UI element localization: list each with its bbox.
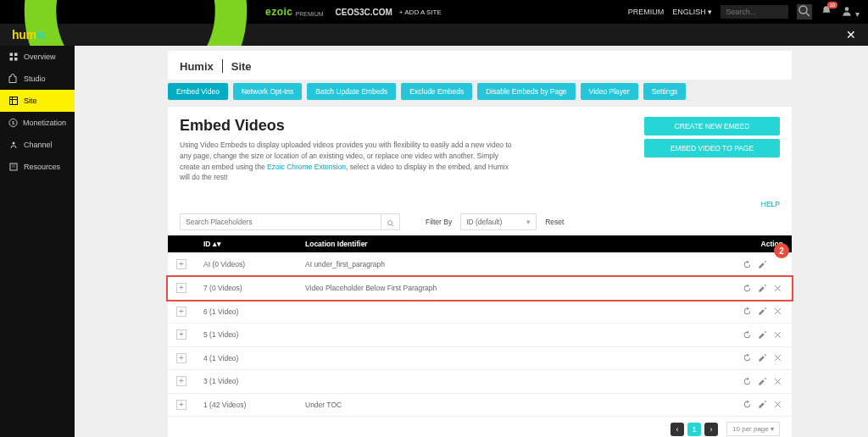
cell-id: 5 (1 Video) [195,324,297,347]
bag-icon [8,74,19,84]
global-search-input[interactable] [721,5,788,19]
edit-button[interactable] [756,375,768,387]
refresh-button[interactable] [741,352,753,364]
delete-button[interactable] [771,306,783,318]
annotation-callout-2: 2 [774,243,789,258]
tab-exclude-embeds[interactable]: Exclude Embeds [401,83,472,100]
notifications-button[interactable]: 10 [821,5,832,19]
sidebar-item-channel[interactable]: Channel [0,134,75,156]
tab-network-optins[interactable]: Network Opt-Ins [233,83,302,100]
edit-button[interactable] [756,352,768,364]
dollar-icon: $ [8,118,18,128]
breadcrumb-site[interactable]: Site [231,60,252,73]
cell-id: AI (0 Videos) [195,252,297,277]
cell-id: 1 (42 Videos) [195,393,297,417]
humix-logo-part2: ix [36,28,46,41]
expand-row-button[interactable]: + [176,329,186,340]
th-id[interactable]: ID ▴▾ [195,235,297,252]
search-icon [387,218,395,226]
close-icon [773,307,782,316]
add-site-link[interactable]: + ADD A SITE [399,8,442,16]
table-row: +AI (0 Videos)AI under_first_paragraph [168,252,792,277]
expand-row-button[interactable]: + [176,400,186,410]
channel-icon [8,140,19,150]
create-new-embed-button[interactable]: CREATE NEW EMBED [644,117,780,136]
global-search-button[interactable] [797,4,812,19]
refresh-button[interactable] [741,259,753,271]
user-menu[interactable]: ▾ [841,5,860,19]
pencil-icon [758,284,767,293]
expand-row-button[interactable]: + [176,283,186,293]
current-site[interactable]: CEOS3C.COM [336,8,392,17]
tab-settings[interactable]: Settings [643,83,687,100]
delete-button[interactable] [771,375,783,387]
filter-by-select[interactable]: ID (default) ▾ [460,213,537,230]
breadcrumb-humix[interactable]: Humix [180,60,214,73]
refresh-button[interactable] [741,282,753,294]
tab-video-player[interactable]: Video Player [581,83,638,100]
notif-badge: 10 [827,2,838,8]
edit-button[interactable] [756,259,768,271]
edit-button[interactable] [756,282,768,294]
per-page-select[interactable]: 10 per page ▾ [726,422,780,436]
refresh-icon [743,353,752,362]
cell-location: Under TOC [297,393,645,417]
sidebar-item-studio[interactable]: Studio [0,68,75,90]
refresh-button[interactable] [741,306,753,318]
humix-logo[interactable]: humix [12,28,46,41]
svg-point-3 [845,7,849,11]
sidebar-item-monetization[interactable]: $ Monetization [0,112,75,134]
tab-disable-by-page[interactable]: Disable Embeds by Page [477,83,575,100]
tab-embed-video[interactable]: Embed Video [168,83,228,100]
refresh-button[interactable] [741,399,753,411]
page-prev-button[interactable]: ‹ [670,423,684,436]
refresh-button[interactable] [741,375,753,387]
embed-video-to-page-button[interactable]: EMBED VIDEO TO PAGE [644,139,780,158]
search-icon [797,3,812,21]
table-row: +3 (1 Video) [168,370,792,394]
sidebar-item-resources[interactable]: Resources [0,156,75,178]
edit-button[interactable] [756,399,768,411]
delete-button[interactable] [771,399,783,411]
sort-icon: ▴▾ [213,240,221,248]
chrome-extension-link[interactable]: Ezoic Chrome Extension [267,163,346,171]
edit-button[interactable] [756,329,768,340]
tab-batch-update[interactable]: Batch Update Embeds [307,83,396,100]
close-button[interactable]: ✕ [846,28,856,41]
brand-text: ezoic [265,6,293,18]
svg-point-17 [387,221,392,225]
placeholder-search-input[interactable] [180,213,381,230]
refresh-icon [743,260,752,269]
cell-actions [645,252,792,277]
cell-location [297,346,645,370]
sidebar-item-overview[interactable]: Overview [0,46,75,68]
delete-button[interactable] [771,352,783,364]
top-bar: ezoic PREMIUM CEOS3C.COM + ADD A SITE PR… [0,0,868,24]
expand-row-button[interactable]: + [176,259,186,269]
page-next-button[interactable]: › [704,423,718,436]
sidebar-item-site[interactable]: Site [0,90,75,112]
page-title: Embed Videos [180,117,519,135]
filter-value: ID (default) [466,218,502,226]
th-action: Action [645,235,792,252]
refresh-button[interactable] [741,329,753,340]
main-content: 2 Humix Site Embed Video Network Opt-Ins… [75,46,868,437]
tab-bar: Embed Video Network Opt-Ins Batch Update… [168,83,792,103]
th-location[interactable]: Location Identifier [297,235,645,252]
sidebar: Overview Studio Site $ Monetization Chan… [0,46,75,437]
placeholder-search-button[interactable] [381,213,400,230]
delete-button[interactable] [771,329,783,340]
cell-actions [645,324,792,347]
page-number-1[interactable]: 1 [687,423,701,436]
expand-row-button[interactable]: + [176,307,186,317]
expand-row-button[interactable]: + [176,353,186,363]
help-link[interactable]: HELP [761,200,780,208]
table-row: +7 (0 Videos)Video Placeholder Below Fir… [168,277,792,301]
edit-button[interactable] [756,306,768,318]
premium-link[interactable]: PREMIUM [628,8,665,16]
reset-link[interactable]: Reset [545,218,564,226]
delete-button[interactable] [771,282,783,294]
language-selector[interactable]: ENGLISH ▾ [672,8,712,16]
cell-location: AI under_first_paragraph [297,252,645,277]
expand-row-button[interactable]: + [176,376,186,386]
